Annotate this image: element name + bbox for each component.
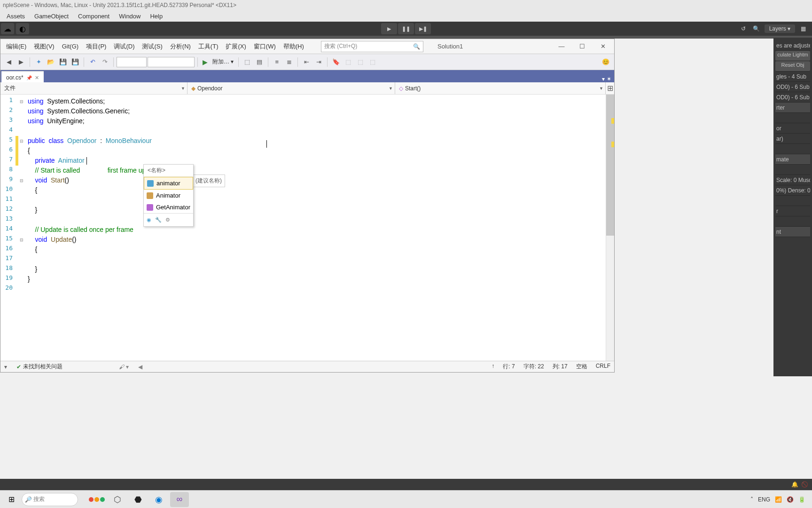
unity-menu-component[interactable]: Component: [73, 12, 114, 21]
vs-menu-git[interactable]: Git(G): [58, 41, 82, 52]
play-button[interactable]: ▶: [381, 23, 397, 34]
tool-icon[interactable]: ≣: [283, 56, 295, 68]
minimize-button[interactable]: —: [552, 41, 571, 52]
code-editor[interactable]: 1 2 3 4 5 6 7 8 9 10 11 12 13 14 15 16 1…: [0, 95, 614, 361]
vs-menu-extensions[interactable]: 扩展(X): [222, 40, 250, 53]
split-icon[interactable]: ⊞: [606, 82, 614, 94]
feedback-icon[interactable]: 😊: [600, 56, 611, 68]
search-icon[interactable]: 🔍: [751, 24, 762, 34]
vs-search-box[interactable]: 搜索 (Ctrl+Q) 🔍: [321, 41, 423, 52]
status-up-icon[interactable]: ↑: [492, 363, 494, 371]
inspector-btn[interactable]: culate Lightm: [775, 51, 810, 61]
pin-icon[interactable]: 📌: [26, 75, 32, 80]
error-dropdown-icon[interactable]: ▾: [4, 364, 7, 370]
indent-icon[interactable]: ⇥: [313, 56, 324, 68]
tool-icon[interactable]: ⬚: [343, 56, 354, 68]
vs-menu-project[interactable]: 项目(P): [82, 40, 110, 53]
taskbar-app-unity-hub[interactable]: ⬡: [108, 492, 127, 507]
filter-icon[interactable]: ◉: [147, 215, 151, 225]
undo-icon[interactable]: ↶: [87, 56, 98, 68]
unity-menu-assets[interactable]: Assets: [2, 12, 30, 21]
outdent-icon[interactable]: ⇤: [301, 56, 312, 68]
run-button[interactable]: ▶: [201, 58, 210, 66]
code-content[interactable]: using System.Collections; using System.C…: [25, 95, 606, 361]
brush-icon[interactable]: 🖌 ▾: [119, 364, 129, 370]
taskbar-app-visual-studio[interactable]: ∞: [170, 492, 189, 507]
close-tab-icon[interactable]: ✕: [35, 75, 39, 81]
intellisense-item[interactable]: GetAnimator: [144, 201, 193, 213]
taskbar-app-edge[interactable]: ◉: [149, 492, 168, 507]
new-icon[interactable]: ✦: [33, 56, 44, 68]
maximize-button[interactable]: ☐: [573, 41, 592, 52]
unity-menu-window[interactable]: Window: [114, 12, 145, 21]
taskbar-search[interactable]: 🔎 搜索: [22, 493, 78, 506]
filter-icon[interactable]: 🔧: [155, 215, 162, 225]
close-button[interactable]: ✕: [593, 41, 612, 52]
tray-battery-icon[interactable]: 🔋: [798, 496, 805, 503]
nav-left-icon[interactable]: ◀: [138, 364, 142, 370]
tray-volume-icon[interactable]: 🔇: [787, 496, 794, 503]
vs-menu-help[interactable]: 帮助(H): [280, 40, 308, 53]
layers-dropdown[interactable]: Layers ▾: [765, 24, 795, 33]
tool-icon[interactable]: ⬚: [242, 56, 253, 68]
tray-chevron-icon[interactable]: ˄: [750, 496, 753, 503]
scrollbar-thumb[interactable]: [606, 95, 614, 236]
taskbar-app-unity[interactable]: ⬣: [129, 492, 148, 507]
system-tray: ˄ ENG 📶 🔇 🔋: [750, 496, 810, 503]
vs-solution-name[interactable]: Solution1: [437, 43, 463, 50]
vs-menu-window[interactable]: 窗口(W): [250, 40, 280, 53]
attach-button[interactable]: 附加… ▾: [211, 58, 235, 66]
filter-icon[interactable]: ⚙: [165, 215, 170, 225]
tool-icon[interactable]: ≡: [271, 56, 282, 68]
file-tab[interactable]: oor.cs* 📌 ✕: [1, 71, 44, 82]
unity-menu-help[interactable]: Help: [145, 12, 167, 21]
notification-icon[interactable]: 🔔: [791, 481, 798, 488]
undo-history-icon[interactable]: ↺: [738, 24, 749, 34]
tray-wifi-icon[interactable]: 📶: [775, 496, 782, 503]
nav-scope-dropdown[interactable]: 文件▼: [0, 82, 187, 94]
step-button[interactable]: ▶❚: [415, 23, 431, 34]
tool-icon[interactable]: ⬚: [367, 56, 378, 68]
config-dropdown[interactable]: [117, 57, 147, 67]
vs-menu-debug[interactable]: 调试(D): [110, 40, 138, 53]
tab-dropdown-icon[interactable]: ▾: [602, 76, 605, 82]
status-text: 未找到相关问题: [23, 363, 62, 371]
back-icon[interactable]: ◀: [3, 56, 15, 68]
vs-tab-bar: oor.cs* 📌 ✕ ▾ ✶: [0, 70, 614, 82]
unity-menu-gameobject[interactable]: GameObject: [30, 12, 73, 21]
unity-cloud-icon[interactable]: ☁: [1, 23, 14, 34]
fold-icon[interactable]: ⊟: [18, 235, 25, 245]
platform-dropdown[interactable]: [148, 57, 195, 67]
layout-icon[interactable]: ▦: [798, 24, 808, 34]
fold-icon[interactable]: ⊟: [18, 96, 25, 106]
unity-circle-icon[interactable]: ◐: [16, 23, 29, 34]
vertical-scrollbar[interactable]: [606, 95, 614, 361]
start-button[interactable]: ⊞: [2, 492, 21, 507]
intellisense-item[interactable]: Animator: [144, 190, 193, 201]
open-icon[interactable]: 📂: [45, 56, 56, 68]
inspector-btn[interactable]: Reset Obj: [775, 61, 810, 71]
forward-icon[interactable]: ▶: [16, 56, 27, 68]
vs-menu-test[interactable]: 测试(S): [138, 40, 166, 53]
tray-lang[interactable]: ENG: [758, 496, 770, 503]
fold-icon[interactable]: ⊟: [18, 175, 25, 185]
vs-menu-tools[interactable]: 工具(T): [195, 40, 222, 53]
pause-button[interactable]: ❚❚: [398, 23, 414, 34]
save-icon[interactable]: 💾: [57, 56, 69, 68]
inspector-row: Scale: 0 Muscl: [775, 175, 810, 185]
vs-menu-analyze[interactable]: 分析(N): [166, 40, 195, 53]
intellisense-item[interactable]: animator: [144, 177, 193, 190]
fold-icon[interactable]: ⊟: [18, 136, 25, 146]
taskbar-app[interactable]: [87, 492, 106, 507]
tool-icon[interactable]: ⬚: [355, 56, 366, 68]
save-all-icon[interactable]: 💾: [70, 56, 81, 68]
tool-icon[interactable]: ▤: [254, 56, 265, 68]
nav-member-dropdown[interactable]: ◇Start()▼: [395, 82, 606, 94]
disabled-icon[interactable]: 🚫: [801, 481, 808, 488]
redo-icon[interactable]: ↷: [99, 56, 110, 68]
vs-menu-view[interactable]: 视图(V): [30, 40, 58, 53]
bookmark-icon[interactable]: 🔖: [330, 56, 342, 68]
nav-class-dropdown[interactable]: ◆Opendoor▼: [187, 82, 395, 94]
vs-menu-edit[interactable]: 编辑(E): [2, 40, 30, 53]
tab-add-icon[interactable]: ✶: [607, 76, 611, 82]
